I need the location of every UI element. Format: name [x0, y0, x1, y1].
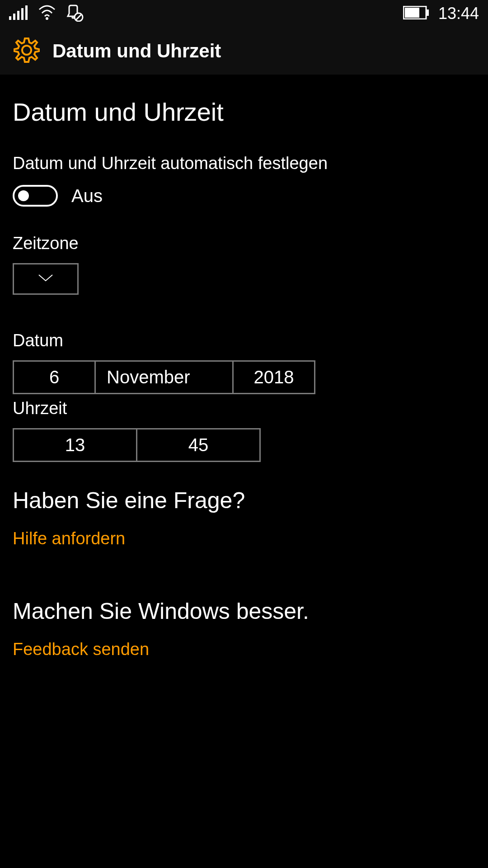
status-right: 13:44 [403, 4, 479, 23]
chevron-down-icon [38, 274, 54, 284]
date-month-picker[interactable]: November [94, 360, 234, 394]
feedback-heading: Machen Sie Windows besser. [13, 598, 475, 624]
battery-icon [403, 6, 429, 21]
svg-rect-0 [9, 16, 11, 20]
page-title: Datum und Uhrzeit [13, 97, 475, 127]
signal-icon [9, 5, 28, 22]
date-picker: 6 November 2018 [13, 360, 475, 394]
date-day-picker[interactable]: 6 [13, 360, 96, 394]
status-bar: 13:44 [0, 0, 488, 27]
auto-datetime-toggle[interactable] [13, 185, 58, 207]
svg-rect-9 [405, 8, 419, 18]
auto-datetime-state: Aus [71, 186, 103, 206]
auto-datetime-label: Datum und Uhrzeit automatisch festlegen [13, 154, 475, 173]
header-bar: Datum und Uhrzeit [0, 27, 488, 75]
date-label: Datum [13, 331, 475, 350]
svg-point-5 [46, 17, 48, 20]
timezone-label: Zeitzone [13, 234, 475, 253]
svg-rect-3 [21, 8, 23, 20]
status-time: 13:44 [438, 4, 479, 23]
svg-point-11 [22, 46, 31, 55]
svg-rect-1 [13, 14, 15, 20]
time-hour-picker[interactable]: 13 [13, 428, 137, 462]
time-picker: 13 45 [13, 428, 475, 462]
content: Datum und Uhrzeit Datum und Uhrzeit auto… [0, 75, 488, 659]
notification-blocked-icon [66, 4, 84, 24]
svg-rect-4 [25, 5, 28, 20]
svg-rect-10 [427, 9, 429, 16]
svg-rect-2 [17, 11, 19, 20]
date-year-picker[interactable]: 2018 [232, 360, 315, 394]
auto-datetime-toggle-row: Aus [13, 185, 475, 207]
timezone-dropdown[interactable] [13, 263, 79, 295]
time-minute-picker[interactable]: 45 [136, 428, 261, 462]
header-title: Datum und Uhrzeit [52, 40, 221, 62]
wifi-icon [37, 5, 57, 22]
gear-icon [14, 37, 40, 65]
help-heading: Haben Sie eine Frage? [13, 487, 475, 514]
status-left [9, 4, 84, 24]
toggle-knob [18, 190, 29, 201]
feedback-link[interactable]: Feedback senden [13, 640, 475, 659]
help-link[interactable]: Hilfe anfordern [13, 529, 475, 548]
time-label: Uhrzeit [13, 399, 475, 418]
